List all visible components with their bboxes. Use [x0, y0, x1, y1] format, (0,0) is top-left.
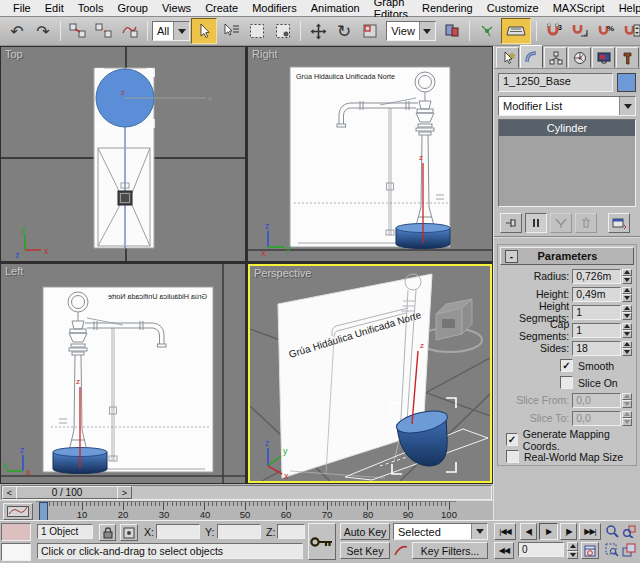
make-unique-button[interactable]: [550, 213, 572, 233]
select-by-name-button[interactable]: [219, 19, 243, 43]
undo-button[interactable]: ↶: [5, 19, 29, 43]
viewport-top-label[interactable]: Top: [5, 48, 23, 60]
track-bar-ruler[interactable]: 0 10 20 30 40 50 60 70 80 90 100: [36, 501, 456, 522]
time-slider-handle[interactable]: 0 / 100: [16, 486, 118, 499]
set-keys-button[interactable]: [308, 523, 336, 560]
select-and-manipulate-button[interactable]: [475, 19, 499, 43]
time-configuration-button[interactable]: [581, 542, 599, 559]
spinner-snap-toggle-button[interactable]: [620, 19, 640, 43]
tab-utilities[interactable]: [616, 47, 639, 68]
generate-mapping-coords-checkbox[interactable]: ✓: [506, 433, 518, 446]
current-frame-field[interactable]: 0: [518, 542, 564, 557]
window-crossing-toggle-button[interactable]: [271, 19, 295, 43]
menu-group[interactable]: Group: [110, 2, 155, 14]
current-frame-spinner[interactable]: [567, 542, 578, 559]
x-coordinate-field[interactable]: [156, 524, 200, 539]
new-key-default-in-out-tangents[interactable]: [394, 544, 408, 559]
cap-segments-field[interactable]: 1: [572, 323, 621, 338]
go-to-end-button[interactable]: ▶▶|: [579, 523, 601, 540]
menu-create[interactable]: Create: [198, 2, 245, 14]
previous-frame-button[interactable]: ◀|: [520, 523, 537, 540]
stack-item-cylinder[interactable]: Cylinder: [499, 120, 635, 136]
absolute-offset-mode-toggle[interactable]: [120, 524, 138, 541]
menu-help[interactable]: Help: [612, 2, 640, 14]
selected-filter-dropdown[interactable]: Selected: [393, 523, 488, 540]
auto-key-button[interactable]: Auto Key: [340, 523, 390, 540]
maximize-viewport-toggle[interactable]: [621, 542, 637, 558]
next-frame-arrow-button[interactable]: >: [117, 486, 132, 499]
select-and-scale-button[interactable]: [358, 19, 382, 43]
left-viewport-canvas[interactable]: Grúa Hidáulica Unificada Norte: [1, 264, 245, 483]
select-and-rotate-button[interactable]: ↻: [332, 19, 356, 43]
region-zoom-button[interactable]: [604, 542, 620, 558]
configure-modifier-sets-button[interactable]: [608, 213, 630, 233]
next-frame-button[interactable]: |▶: [560, 523, 577, 540]
menu-maxscript[interactable]: MAXScript: [546, 2, 612, 14]
height-segments-spinner[interactable]: [622, 305, 632, 320]
menu-tools[interactable]: Tools: [71, 2, 111, 14]
track-bar[interactable]: 0 10 20 30 40 50 60 70 80 90 100: [0, 500, 493, 521]
tab-modify[interactable]: [520, 45, 543, 68]
set-key-button[interactable]: Set Key: [340, 542, 390, 559]
redo-button[interactable]: ↷: [31, 19, 55, 43]
selection-lock-toggle[interactable]: [99, 524, 116, 541]
select-and-move-button[interactable]: [306, 19, 330, 43]
pin-stack-button[interactable]: [500, 213, 522, 233]
smooth-checkbox[interactable]: ✓: [560, 359, 573, 372]
object-name-field[interactable]: 1_1250_Base: [498, 73, 613, 92]
time-slider-track[interactable]: < 0 / 100 >: [1, 485, 492, 500]
viewport-left[interactable]: Left Grúa Hidáulica Unificada Norte: [1, 264, 245, 483]
y-coordinate-field[interactable]: [217, 524, 261, 539]
sides-field[interactable]: 18: [572, 341, 621, 356]
perspective-viewport-canvas[interactable]: Grúa Hidáulica Unificada Norte z: [250, 266, 490, 481]
snaps-toggle-button[interactable]: 3: [542, 19, 566, 43]
viewport-right[interactable]: Right Grúa Hidáulica Unificada Norte: [248, 47, 492, 261]
slice-on-checkbox[interactable]: [560, 376, 573, 389]
show-end-result-button[interactable]: [525, 213, 547, 233]
rectangular-selection-region-button[interactable]: [245, 19, 269, 43]
modifier-list-dropdown[interactable]: Modifier List: [498, 96, 636, 116]
height-field[interactable]: 0,49m: [572, 287, 621, 302]
parameters-rollout-header[interactable]: - Parameters: [500, 247, 634, 265]
z-coordinate-field[interactable]: [277, 524, 305, 539]
menu-modifiers[interactable]: Modifiers: [245, 2, 304, 14]
use-pivot-point-button[interactable]: [440, 19, 464, 43]
menu-customize[interactable]: Customize: [480, 2, 546, 14]
right-viewport-canvas[interactable]: Grúa Hidáulica Unificada Norte: [248, 47, 492, 261]
play-animation-button[interactable]: ▶: [539, 523, 558, 540]
go-to-start-button[interactable]: |◀◀: [494, 523, 516, 540]
selection-filter-dropdown[interactable]: All: [152, 21, 190, 41]
track-bar-frame-thumb[interactable]: [39, 502, 48, 521]
real-world-map-size-checkbox[interactable]: [506, 450, 519, 463]
tab-create[interactable]: [496, 47, 519, 68]
select-object-button[interactable]: [191, 18, 217, 44]
height-segments-field[interactable]: 1: [572, 305, 621, 320]
previous-frame-arrow-button[interactable]: <: [2, 486, 17, 499]
percent-snap-toggle-button[interactable]: %: [594, 19, 618, 43]
reference-coordinate-system-dropdown[interactable]: View: [386, 21, 436, 41]
key-mode-toggle-button[interactable]: ◀◀: [494, 542, 514, 559]
object-color-swatch[interactable]: [617, 73, 636, 92]
zoom-all-button[interactable]: [621, 523, 637, 539]
viewport-top[interactable]: Top x z: [1, 47, 245, 261]
unlink-selection-button[interactable]: [92, 19, 116, 43]
maxscript-mini-listener-macro-pane[interactable]: [1, 523, 31, 541]
zoom-button[interactable]: [604, 523, 620, 539]
angle-snap-toggle-button[interactable]: [568, 19, 592, 43]
select-and-link-button[interactable]: [66, 19, 90, 43]
menu-rendering[interactable]: Rendering: [415, 2, 480, 14]
tab-hierarchy[interactable]: [544, 47, 567, 68]
radius-spinner[interactable]: [622, 269, 632, 284]
key-filters-button[interactable]: Key Filters...: [412, 542, 488, 559]
tab-display[interactable]: [592, 47, 615, 68]
bind-to-space-warp-button[interactable]: [118, 19, 142, 43]
menu-file[interactable]: File: [6, 2, 38, 14]
menu-views[interactable]: Views: [155, 2, 198, 14]
menu-animation[interactable]: Animation: [304, 2, 367, 14]
cap-segments-spinner[interactable]: [622, 323, 632, 338]
open-mini-curve-editor-button[interactable]: [3, 503, 33, 520]
menu-edit[interactable]: Edit: [38, 2, 71, 14]
viewport-left-label[interactable]: Left: [5, 265, 23, 277]
viewport-perspective-active[interactable]: Perspective: [248, 264, 492, 483]
viewport-right-label[interactable]: Right: [252, 48, 278, 60]
